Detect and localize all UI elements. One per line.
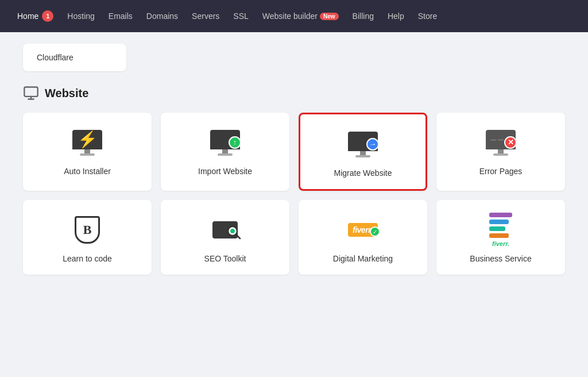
nav-help[interactable]: Help <box>382 8 410 24</box>
svg-line-4 <box>236 234 240 238</box>
cards-row-2: B Learn to code SEO Toolkit <box>23 200 565 275</box>
fiverr-check-icon: ✓ <box>370 226 380 237</box>
nav-billing[interactable]: Billing <box>347 8 380 24</box>
stacked-lines-icon: fiverr. <box>489 213 512 247</box>
digital-marketing-label: Digital Marketing <box>333 254 393 263</box>
nav-servers[interactable]: Servers <box>186 8 225 24</box>
magnifier-icon <box>226 225 242 241</box>
card-digital-marketing[interactable]: fiverr . ✓ Digital Marketing <box>299 200 427 275</box>
card-business-service[interactable]: fiverr. Business Service <box>436 200 565 275</box>
nav-emails[interactable]: Emails <box>103 8 138 24</box>
home-badge: 1 <box>42 10 53 22</box>
error-badge: ✕ <box>504 136 517 149</box>
nav-home[interactable]: Home 1 <box>11 7 59 25</box>
business-service-label: Business Service <box>470 254 531 263</box>
b-shield-icon: B <box>75 216 100 244</box>
business-service-icon: fiverr. <box>481 214 521 246</box>
nav-website-builder[interactable]: Website builder New <box>257 8 345 24</box>
import-website-icon: ↑ <box>205 126 245 159</box>
migrate-website-label: Migrate Website <box>334 168 392 178</box>
cloudflare-card[interactable]: Cloudflare <box>23 44 126 71</box>
nav-ssl[interactable]: SSL <box>227 8 254 24</box>
auto-installer-label: Auto Installer <box>64 167 111 176</box>
website-section-title: Website <box>45 87 88 100</box>
learn-to-code-icon: B <box>67 214 107 246</box>
monitor-icon <box>23 85 39 101</box>
nav-store[interactable]: Store <box>412 8 443 24</box>
card-error-pages[interactable]: — — — ✕ Error Pages <box>436 113 565 191</box>
error-pages-icon: — — — ✕ <box>481 126 521 159</box>
migrate-badge: → <box>366 138 379 151</box>
error-pages-label: Error Pages <box>479 167 523 176</box>
svg-point-5 <box>230 229 235 233</box>
new-badge: New <box>320 13 339 20</box>
card-import-website[interactable]: ↑ Import Website <box>161 113 289 191</box>
main-content: Cloudflare Website ⚡ Auto Installer <box>0 32 588 377</box>
navbar: Home 1 Hosting Emails Domains Servers SS… <box>0 0 588 32</box>
nav-domains[interactable]: Domains <box>141 8 184 24</box>
website-section-header: Website <box>23 85 565 101</box>
cloudflare-label: Cloudflare <box>37 53 74 62</box>
upload-badge: ↑ <box>229 136 241 149</box>
nav-hosting[interactable]: Hosting <box>61 8 100 24</box>
import-website-label: Import Website <box>198 167 252 176</box>
card-learn-to-code[interactable]: B Learn to code <box>23 200 152 275</box>
card-migrate-website[interactable]: → Migrate Website <box>299 113 427 191</box>
card-auto-installer[interactable]: ⚡ Auto Installer <box>23 113 152 191</box>
lightning-icon: ⚡ <box>78 132 98 148</box>
svg-rect-0 <box>24 87 37 97</box>
home-label: Home <box>17 11 38 21</box>
seo-toolkit-label: SEO Toolkit <box>204 254 246 263</box>
cards-row-1: ⚡ Auto Installer ↑ Import Website <box>23 113 565 191</box>
learn-to-code-label: Learn to code <box>63 254 112 263</box>
auto-installer-icon: ⚡ <box>67 126 107 159</box>
seo-toolkit-icon <box>205 214 245 246</box>
migrate-website-icon: → <box>343 128 383 160</box>
digital-marketing-icon: fiverr . ✓ <box>343 214 383 246</box>
card-seo-toolkit[interactable]: SEO Toolkit <box>161 200 289 275</box>
